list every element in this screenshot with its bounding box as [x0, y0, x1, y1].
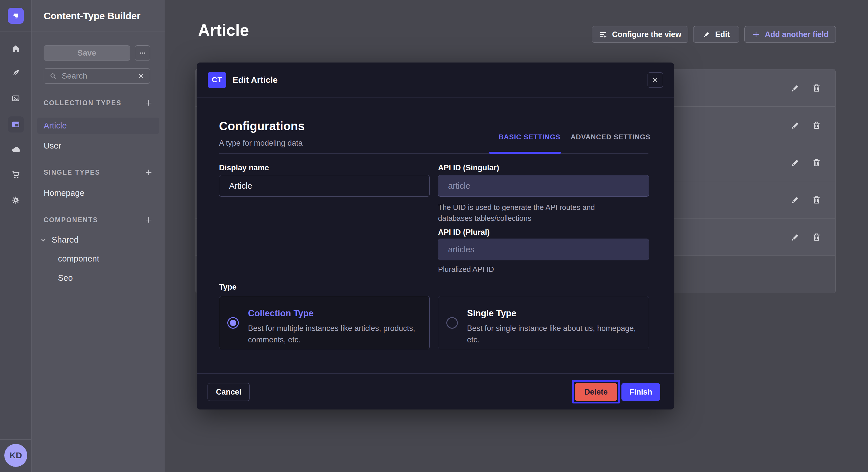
tab-basic-settings[interactable]: BASIC SETTINGS — [499, 133, 560, 141]
api-id-plural-label: API ID (Plural) — [438, 228, 490, 237]
sidebar-item-component[interactable]: component — [58, 254, 99, 264]
modal-title: Edit Article — [232, 75, 278, 85]
nav-rail: KD — [0, 0, 32, 472]
sidebar-item-user[interactable]: User — [37, 138, 159, 154]
search-box[interactable] — [43, 68, 150, 84]
edit-button[interactable]: Edit — [693, 26, 739, 43]
api-id-singular-help: The UID is used to generate the API rout… — [438, 202, 630, 224]
tabs-divider — [219, 153, 648, 154]
sidebar-group-shared[interactable]: Shared — [40, 235, 79, 245]
configure-view-icon — [599, 30, 608, 39]
search-icon — [49, 72, 57, 80]
close-icon — [652, 76, 659, 84]
single-types-label: SINGLE TYPES — [43, 169, 100, 176]
tab-advanced-settings[interactable]: ADVANCED SETTINGS — [570, 133, 650, 141]
finish-button[interactable]: Finish — [621, 383, 660, 401]
edit-pencil-icon[interactable] — [790, 195, 801, 205]
collection-type-description: Best for multiple instances like article… — [248, 323, 420, 345]
home-icon[interactable] — [8, 41, 24, 57]
search-input[interactable] — [62, 71, 133, 80]
strapi-logo[interactable] — [8, 8, 24, 24]
components-label: COMPONENTS — [43, 216, 98, 224]
close-modal-button[interactable] — [648, 72, 663, 88]
rail-divider — [0, 439, 32, 440]
type-label: Type — [219, 283, 237, 292]
configurations-subtitle: A type for modeling data — [219, 139, 303, 148]
single-type-description: Best for single instance like about us, … — [467, 323, 639, 345]
radio-unselected-icon[interactable] — [446, 317, 458, 329]
clear-search-icon[interactable] — [137, 72, 145, 80]
display-name-label: Display name — [219, 164, 269, 172]
components-section-header: COMPONENTS — [43, 216, 153, 224]
sidebar-item-seo[interactable]: Seo — [58, 273, 73, 283]
trash-icon[interactable] — [811, 232, 822, 242]
delete-button[interactable]: Delete — [575, 383, 617, 401]
api-id-singular-label: API ID (Singular) — [438, 164, 499, 172]
content-type-builder-icon[interactable] — [8, 116, 24, 133]
sidebar-item-homepage[interactable]: Homepage — [37, 185, 159, 201]
add-single-type-icon[interactable] — [144, 168, 153, 177]
collection-type-option[interactable]: Collection Type Best for multiple instan… — [219, 296, 430, 349]
add-component-icon[interactable] — [144, 216, 153, 224]
trash-icon[interactable] — [811, 120, 822, 131]
display-name-input[interactable] — [219, 175, 430, 197]
single-type-option[interactable]: Single Type Best for single instance lik… — [438, 296, 649, 349]
api-id-plural-input[interactable] — [438, 239, 649, 260]
plus-icon — [752, 30, 761, 39]
ellipsis-icon — [138, 49, 147, 57]
add-another-field-button[interactable]: Add another field — [744, 26, 836, 43]
single-type-title: Single Type — [467, 308, 516, 318]
page-title: Article — [198, 21, 249, 40]
collection-types-label: COLLECTION TYPES — [43, 99, 121, 107]
edit-article-modal: CT Edit Article Configurations A type fo… — [197, 63, 674, 409]
media-library-icon[interactable] — [8, 90, 24, 106]
edit-pencil-icon — [703, 30, 711, 38]
configure-view-button[interactable]: Configure the view — [592, 26, 688, 43]
edit-pencil-icon[interactable] — [790, 120, 801, 131]
add-collection-type-icon[interactable] — [144, 99, 153, 107]
settings-gear-icon[interactable] — [8, 192, 24, 208]
api-id-singular-input[interactable] — [438, 175, 649, 197]
configurations-title: Configurations — [219, 119, 305, 133]
cancel-button[interactable]: Cancel — [208, 383, 250, 401]
write-feather-icon[interactable] — [8, 65, 24, 81]
sidebar: Content-Type Builder Save COLLECTION TYP… — [32, 0, 165, 472]
edit-pencil-icon[interactable] — [790, 83, 801, 93]
edit-pencil-icon[interactable] — [790, 158, 801, 168]
strapi-logo-icon — [11, 11, 21, 21]
more-options-button[interactable] — [135, 45, 150, 61]
save-button[interactable]: Save — [43, 45, 130, 61]
sidebar-top-divider — [0, 32, 165, 32]
sidebar-item-article[interactable]: Article — [37, 117, 159, 134]
sidebar-title: Content-Type Builder — [43, 10, 141, 22]
active-tab-underline — [489, 152, 561, 154]
cloud-icon[interactable] — [8, 141, 24, 158]
edit-pencil-icon[interactable] — [790, 232, 801, 242]
user-avatar[interactable]: KD — [4, 444, 27, 467]
modal-footer: Cancel Delete Finish — [197, 373, 674, 409]
single-types-section-header: SINGLE TYPES — [43, 168, 153, 177]
content-type-badge: CT — [208, 72, 226, 88]
collection-types-section-header: COLLECTION TYPES — [43, 99, 153, 107]
collection-type-title: Collection Type — [248, 308, 314, 318]
avatar-initials: KD — [9, 450, 22, 460]
api-id-plural-help: Pluralized API ID — [438, 264, 630, 275]
trash-icon[interactable] — [811, 195, 822, 205]
trash-icon[interactable] — [811, 83, 822, 93]
chevron-down-icon — [40, 236, 47, 244]
modal-header: CT Edit Article — [197, 63, 674, 98]
marketplace-cart-icon[interactable] — [8, 166, 24, 182]
trash-icon[interactable] — [811, 158, 822, 168]
radio-selected-icon[interactable] — [227, 317, 239, 329]
